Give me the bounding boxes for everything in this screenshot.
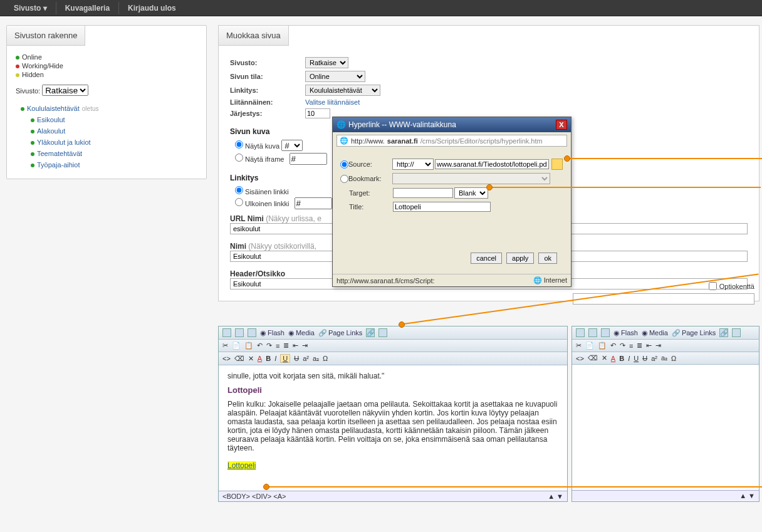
list-icon[interactable]: ≡	[629, 342, 633, 350]
copy-icon[interactable]: 📄	[585, 342, 594, 350]
underline-icon[interactable]: U	[634, 355, 639, 362]
indent-icon[interactable]: ⇥	[655, 342, 661, 350]
olist-icon[interactable]: ≣	[283, 342, 289, 350]
ok-button[interactable]: ok	[538, 253, 557, 264]
selected-link[interactable]: Lottopeli	[227, 461, 256, 470]
color-icon[interactable]: A	[611, 355, 615, 362]
link-icon[interactable]: 🔗	[719, 328, 728, 337]
code-icon[interactable]: <>	[222, 355, 231, 362]
indent-icon[interactable]: ⇥	[302, 342, 308, 350]
kuva-select[interactable]: #	[281, 140, 303, 151]
nayta-iframe-radio[interactable]	[235, 154, 243, 162]
undo-icon[interactable]: ↶	[257, 342, 263, 350]
grid2-icon[interactable]	[601, 328, 610, 337]
grid-icon[interactable]	[588, 328, 597, 337]
erase-icon[interactable]: ⌫	[234, 355, 244, 363]
grid2-icon[interactable]	[248, 328, 256, 337]
tree-child[interactable]: Esikoulut	[16, 116, 197, 123]
cut-icon[interactable]: ✂	[576, 342, 582, 350]
main-sivusto-select[interactable]: Ratkaise	[305, 57, 348, 68]
dialog-titlebar[interactable]: 🌐Hyperlink -- WWW-valintaikkuna X	[333, 117, 571, 132]
tree-child[interactable]: Teematehtävät	[16, 150, 197, 157]
status-arrows[interactable]: ▲ ▼	[739, 492, 755, 499]
olist-icon[interactable]: ≣	[637, 342, 642, 350]
redo-icon[interactable]: ↷	[620, 342, 625, 350]
tila-select[interactable]: Online	[305, 71, 365, 82]
editor-content[interactable]	[572, 365, 759, 490]
jarjestys-input[interactable]	[305, 108, 330, 118]
paste-icon[interactable]: 📋	[244, 342, 253, 350]
ulkoinen-radio[interactable]	[235, 198, 243, 206]
media-button[interactable]: ◉ Media	[642, 329, 668, 337]
copy-icon[interactable]: 📄	[232, 342, 241, 350]
linkitys-select[interactable]: Koululaistehtävät	[305, 85, 380, 96]
flash-button[interactable]: ◉ Flash	[613, 329, 638, 337]
pagelinks-button[interactable]: 🔗 Page Links	[672, 329, 716, 337]
nav-sivusto[interactable]: Sivusto ▾	[6, 4, 55, 13]
paste-icon[interactable]: 📋	[598, 342, 607, 350]
nav-kuvagalleria[interactable]: Kuvagalleria	[58, 4, 117, 13]
image-icon[interactable]	[378, 328, 387, 337]
table-icon[interactable]	[222, 328, 231, 337]
target-select[interactable]: Blank	[454, 187, 488, 199]
italic-icon[interactable]: I	[274, 355, 276, 362]
bold-icon[interactable]: B	[266, 355, 271, 362]
sisainen-radio[interactable]	[235, 186, 243, 194]
sup-icon[interactable]: a²	[651, 355, 657, 362]
code-icon[interactable]: <>	[576, 355, 584, 362]
media-button[interactable]: ◉ Media	[288, 329, 315, 337]
grid-icon[interactable]	[235, 328, 244, 337]
bookmark-radio[interactable]	[340, 175, 348, 183]
clear-icon[interactable]: ✕	[602, 354, 607, 362]
source-url-input[interactable]	[435, 159, 549, 169]
image-icon[interactable]	[732, 328, 741, 337]
outdent-icon[interactable]: ⇤	[646, 342, 652, 350]
omega-icon[interactable]: Ω	[671, 355, 676, 362]
redo-icon[interactable]: ↷	[266, 342, 272, 350]
table-icon[interactable]	[576, 328, 585, 337]
left-tab[interactable]: Sivuston rakenne	[7, 26, 85, 46]
link-icon[interactable]: 🔗	[366, 328, 375, 337]
cancel-button[interactable]: cancel	[471, 253, 502, 264]
flash-button[interactable]: ◉ Flash	[260, 329, 284, 337]
strike-icon[interactable]: U	[642, 355, 647, 362]
title-input[interactable]	[393, 202, 491, 212]
sup-icon[interactable]: a²	[303, 355, 309, 362]
status-arrows[interactable]: ▲ ▼	[548, 493, 563, 500]
nav-logout[interactable]: Kirjaudu ulos	[120, 4, 184, 13]
erase-icon[interactable]: ⌫	[588, 354, 598, 362]
tree-child[interactable]: Alakoulut	[16, 127, 197, 135]
strike-icon[interactable]: U	[294, 355, 299, 362]
close-button[interactable]: X	[556, 120, 567, 130]
sub-icon[interactable]: a₂	[661, 354, 667, 362]
cut-icon[interactable]: ✂	[222, 342, 228, 350]
apply-button[interactable]: apply	[506, 253, 534, 264]
tree-child[interactable]: Yläkoulut ja lukiot	[16, 138, 197, 146]
color-icon[interactable]: A	[258, 355, 262, 362]
browse-icon[interactable]	[551, 159, 563, 170]
optiokentta-checkbox[interactable]	[709, 282, 717, 290]
pagelinks-button[interactable]: 🔗 Page Links	[318, 329, 362, 337]
outdent-icon[interactable]: ⇤	[293, 342, 298, 350]
nayta-kuva-radio[interactable]	[235, 140, 243, 149]
source-radio[interactable]	[340, 160, 348, 169]
tree-root[interactable]: Koululaistehtävätoletus	[16, 105, 197, 112]
clear-icon[interactable]: ✕	[248, 355, 254, 363]
ulkoinen-input[interactable]	[295, 197, 332, 209]
protocol-select[interactable]: http://	[392, 159, 434, 170]
sivusto-select[interactable]: Ratkaise	[42, 85, 88, 96]
editor-content[interactable]: sinulle, jotta voit korjata sen sitä, mi…	[219, 365, 567, 491]
bold-icon[interactable]: B	[619, 355, 624, 362]
sub-icon[interactable]: a₂	[313, 355, 319, 363]
main-tab[interactable]: Muokkaa sivua	[219, 26, 289, 46]
list-icon[interactable]: ≡	[276, 342, 279, 350]
omega-icon[interactable]: Ω	[323, 355, 328, 362]
liitannainen-link[interactable]: Valitse liitännäiset	[305, 98, 360, 106]
target-input[interactable]	[393, 188, 453, 198]
italic-icon[interactable]: I	[628, 355, 630, 362]
underline-icon[interactable]: U	[280, 354, 290, 363]
tree-child[interactable]: Työpaja-aihiot	[16, 161, 197, 169]
undo-icon[interactable]: ↶	[610, 342, 616, 350]
optiokentta-input[interactable]	[573, 293, 754, 305]
iframe-input[interactable]	[290, 153, 327, 165]
